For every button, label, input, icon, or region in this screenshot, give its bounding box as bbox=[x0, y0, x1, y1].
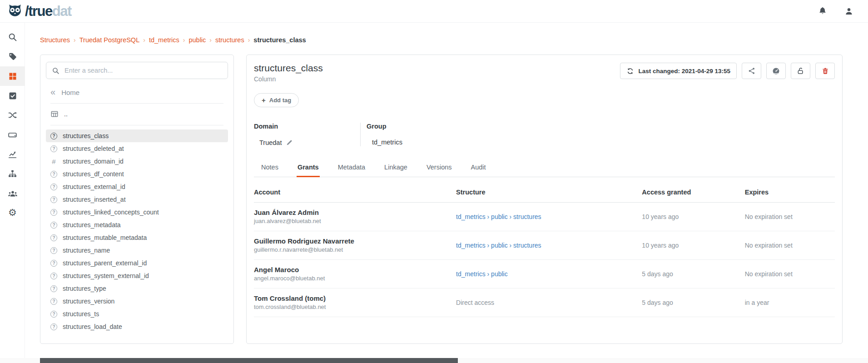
structure-field-item[interactable]: structures_version bbox=[46, 295, 228, 308]
tab[interactable]: Grants bbox=[297, 160, 320, 177]
structure-field-item[interactable]: structures_deleted_at bbox=[46, 142, 228, 155]
structure-field-item[interactable]: structures_load_date bbox=[46, 320, 228, 333]
notifications-button[interactable] bbox=[817, 6, 828, 17]
sitemap-icon bbox=[8, 169, 17, 179]
unlock-button[interactable] bbox=[791, 63, 810, 79]
grant-access-granted: 5 days ago bbox=[642, 299, 744, 306]
structure-field-item[interactable]: structures_mutable_metadata bbox=[46, 231, 228, 244]
structure-field-item[interactable]: structures_metadata bbox=[46, 219, 228, 231]
sidebar-item-taxonomy[interactable] bbox=[0, 164, 25, 184]
grant-account-email: guillermo.r.navarrete@bluetab.net bbox=[254, 246, 456, 253]
domain-group-section: Domain Truedat Group td_metrics bbox=[254, 123, 835, 146]
field-type-icon bbox=[50, 247, 57, 254]
breadcrumb-link[interactable]: Truedat PostgreSQL bbox=[79, 36, 139, 44]
field-type-icon bbox=[50, 323, 57, 330]
gauge-icon bbox=[772, 67, 780, 75]
group-label: Group bbox=[367, 123, 402, 130]
action-buttons: Last changed: 2021-04-29 13:55 bbox=[620, 63, 835, 79]
pencil-icon bbox=[286, 139, 293, 146]
structure-field-item[interactable]: structures_df_content bbox=[46, 168, 228, 180]
edit-domain-button[interactable] bbox=[286, 139, 293, 146]
structure-field-item[interactable]: structures_ts bbox=[46, 308, 228, 320]
field-type-icon bbox=[50, 285, 57, 292]
horizontal-scrollbar-thumb[interactable] bbox=[40, 358, 458, 363]
structure-field-item[interactable]: structures_domain_id bbox=[46, 155, 228, 168]
grant-structure-link[interactable]: td_metrics › public › structures bbox=[456, 213, 541, 220]
breadcrumb-link[interactable]: Structures bbox=[40, 36, 70, 44]
field-label: structures_type bbox=[63, 285, 106, 292]
table-icon bbox=[50, 110, 59, 118]
column-header-access-granted: Access granted bbox=[642, 189, 744, 196]
owl-icon bbox=[6, 3, 24, 20]
field-type-icon bbox=[50, 298, 57, 305]
sidebar-item-search[interactable] bbox=[0, 27, 25, 47]
home-link[interactable]: « Home bbox=[50, 88, 223, 104]
share-icon bbox=[748, 67, 756, 75]
grant-row: Guillermo Rodriguez Navarrete guillermo.… bbox=[254, 231, 835, 260]
search-input[interactable] bbox=[64, 67, 222, 74]
tab[interactable]: Notes bbox=[260, 160, 279, 177]
field-label: structures_metadata bbox=[63, 221, 121, 229]
last-changed-button[interactable]: Last changed: 2021-04-29 13:55 bbox=[620, 63, 737, 79]
grant-account-email: tom.crossland@bluetab.net bbox=[254, 303, 456, 310]
structure-field-item[interactable]: structures_linked_concepts_count bbox=[46, 206, 228, 219]
grants-table-body: Juan Álvarez Admin juan.alvarez@bluetab.… bbox=[254, 203, 835, 317]
tab[interactable]: Metadata bbox=[337, 160, 366, 177]
chart-line-icon bbox=[8, 149, 17, 159]
field-label: structures_linked_concepts_count bbox=[63, 209, 159, 216]
sidebar-item-tags[interactable] bbox=[0, 47, 25, 66]
gear-icon: ⚙ bbox=[8, 208, 17, 218]
breadcrumb-link[interactable]: structures bbox=[215, 36, 244, 44]
sidebar-item-systems[interactable] bbox=[0, 125, 25, 144]
tab[interactable]: Versions bbox=[426, 160, 453, 177]
structure-field-item[interactable]: structures_type bbox=[46, 282, 228, 295]
parent-structure-item[interactable]: .. bbox=[50, 104, 223, 125]
share-button[interactable] bbox=[742, 63, 761, 79]
sidebar-item-structures[interactable] bbox=[0, 66, 25, 86]
shuffle-icon bbox=[8, 110, 17, 120]
field-type-icon bbox=[50, 209, 57, 216]
sidebar-item-quality[interactable] bbox=[0, 86, 25, 105]
breadcrumb-link[interactable]: td_metrics bbox=[149, 36, 179, 44]
tab[interactable]: Audit bbox=[470, 160, 487, 177]
grant-structure-link[interactable]: Direct access bbox=[456, 299, 494, 306]
structure-field-item[interactable]: structures_inserted_at bbox=[46, 193, 228, 206]
grant-structure-link[interactable]: td_metrics › public bbox=[456, 270, 508, 278]
grant-account-name: Juan Álvarez Admin bbox=[254, 209, 456, 216]
grid-icon bbox=[8, 72, 17, 81]
field-label: structures_deleted_at bbox=[63, 145, 124, 152]
column-header-account: Account bbox=[254, 189, 456, 196]
structure-field-item[interactable]: structures_class bbox=[46, 129, 228, 142]
structure-field-item[interactable]: structures_name bbox=[46, 244, 228, 257]
sidebar-item-permissions[interactable] bbox=[0, 184, 25, 203]
parent-item-label: .. bbox=[64, 110, 68, 118]
grant-account-name: Guillermo Rodriguez Navarrete bbox=[254, 237, 456, 245]
profile-stats-button[interactable] bbox=[766, 63, 786, 79]
tab[interactable]: Linkage bbox=[383, 160, 408, 177]
structure-field-item[interactable]: structures_parent_external_id bbox=[46, 257, 228, 269]
sidebar-item-lineage[interactable] bbox=[0, 105, 25, 125]
grant-row: Juan Álvarez Admin juan.alvarez@bluetab.… bbox=[254, 203, 835, 231]
breadcrumb-link[interactable]: public bbox=[188, 36, 206, 44]
structure-field-item[interactable]: structures_system_external_id bbox=[46, 269, 228, 282]
field-label: structures_mutable_metadata bbox=[63, 234, 147, 241]
add-tag-button[interactable]: + Add tag bbox=[254, 93, 299, 107]
sidebar-item-dashboards[interactable] bbox=[0, 144, 25, 164]
delete-button[interactable] bbox=[815, 63, 835, 79]
home-label: Home bbox=[61, 89, 79, 96]
grant-structure-link[interactable]: td_metrics › public › structures bbox=[456, 242, 541, 249]
field-type-icon bbox=[50, 273, 57, 279]
structure-field-item[interactable]: structures_external_id bbox=[46, 180, 228, 193]
sidebar-item-settings[interactable]: ⚙ bbox=[0, 203, 25, 223]
search-box bbox=[46, 62, 228, 79]
user-menu-button[interactable] bbox=[843, 6, 854, 17]
grants-table-header: Account Structure Access granted Expires bbox=[254, 177, 835, 203]
field-label: structures_df_content bbox=[63, 170, 124, 178]
field-type-icon bbox=[50, 158, 57, 165]
truedat-logo[interactable]: /truedat bbox=[6, 3, 71, 20]
field-label: structures_load_date bbox=[63, 323, 122, 330]
field-label: structures_name bbox=[63, 247, 110, 254]
breadcrumb-separator: › bbox=[143, 36, 145, 44]
field-type-icon bbox=[50, 184, 57, 190]
field-label: structures_version bbox=[63, 298, 114, 305]
